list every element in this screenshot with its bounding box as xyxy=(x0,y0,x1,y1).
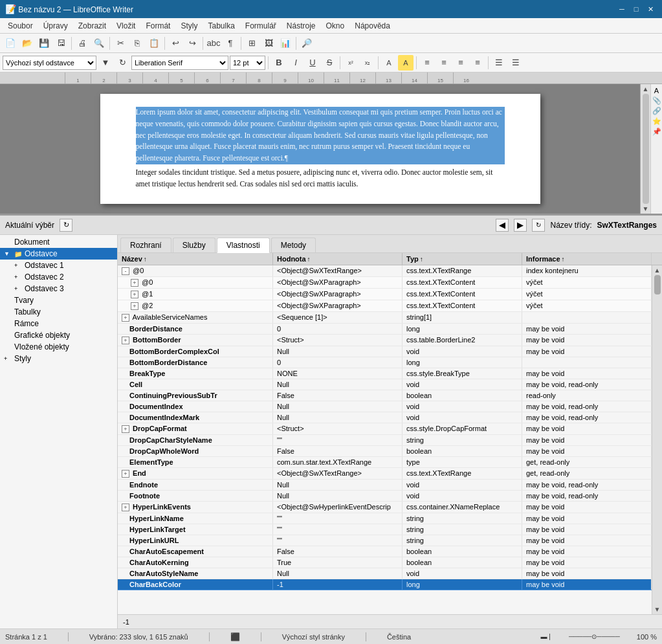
tvary-label[interactable]: Tvary xyxy=(14,296,34,305)
spellcheck-button[interactable]: abc xyxy=(206,36,221,51)
table-row[interactable]: Footnote Null void may be void, read-onl… xyxy=(118,491,652,502)
redo-button[interactable]: ↪ xyxy=(184,36,200,51)
maximize-button[interactable]: □ xyxy=(630,3,643,16)
table-row[interactable]: + @1 <Object@SwXParagraph> css.text.XTex… xyxy=(118,289,652,300)
tree-item-styly[interactable]: + Styly xyxy=(0,353,117,364)
tab-vlastnosti[interactable]: Vlastnosti xyxy=(217,238,270,253)
doc-vertical-scrollbar[interactable]: ▲ ▼ xyxy=(640,84,650,214)
table-row[interactable]: ContinuingPreviousSubTr False boolean re… xyxy=(118,390,652,401)
tabulky-label[interactable]: Tabulky xyxy=(14,307,41,316)
th-name[interactable]: Název ↑ xyxy=(118,253,273,265)
expand-child1[interactable]: + xyxy=(131,291,138,298)
side-icon-1[interactable]: A xyxy=(654,87,659,94)
nav-prev-button[interactable]: ◀ xyxy=(496,219,509,232)
paragraph-style-select[interactable]: Výchozí styl odstavce xyxy=(3,56,96,70)
table-row[interactable]: - @0 <Object@SwXTextRange> css.text.XTex… xyxy=(118,265,652,277)
table-row[interactable]: DropCapWholeWord False boolean may be vo… xyxy=(118,446,652,457)
subscript-button[interactable]: x₂ xyxy=(360,55,375,71)
side-icon-5[interactable]: 📌 xyxy=(652,128,661,136)
find-button[interactable]: 🔎 xyxy=(299,36,314,51)
table-row[interactable]: DocumentIndexMark Null void may be void,… xyxy=(118,412,652,423)
bold-button[interactable]: B xyxy=(271,55,287,71)
undo-button[interactable]: ↩ xyxy=(168,36,183,51)
tree-item-tabulky[interactable]: Tabulky xyxy=(0,306,117,318)
side-icon-4[interactable]: ⭐ xyxy=(652,117,661,126)
odstavec3-label[interactable]: Odstavec 3 xyxy=(25,284,64,293)
menu-styly[interactable]: Styly xyxy=(175,20,203,32)
side-icon-2[interactable]: 📎 xyxy=(652,96,661,105)
highlight-button[interactable]: A xyxy=(398,55,414,71)
menu-formular[interactable]: Formulář xyxy=(240,20,281,32)
strikethrough-button[interactable]: S xyxy=(322,55,337,71)
table-row[interactable]: + @0 <Object@SwXParagraph> css.text.XTex… xyxy=(118,277,652,289)
menu-vlozit[interactable]: Vložit xyxy=(111,20,140,32)
expand-child0[interactable]: + xyxy=(131,279,138,287)
underline-button[interactable]: U xyxy=(305,55,320,71)
table-row[interactable]: + HyperLinkEvents <Object@SwHyperlinkEve… xyxy=(118,502,652,513)
th-value[interactable]: Hodnota ↑ xyxy=(273,253,403,265)
document-view[interactable]: Lorem ipsum dolor sit amet, consectetur … xyxy=(0,84,640,214)
menu-soubor[interactable]: Soubor xyxy=(3,20,38,32)
table-row[interactable]: BottomBorderDistance 0 long xyxy=(118,357,652,368)
nav-refresh-button[interactable]: ↻ xyxy=(532,219,545,232)
table-row[interactable]: HyperLinkName "" string may be void xyxy=(118,513,652,524)
odstavec1-label[interactable]: Odstavec 1 xyxy=(25,261,64,270)
vlozene-label[interactable]: Vložené objekty xyxy=(14,342,69,351)
tree-item-odstavce[interactable]: ▼ 📁 Odstavce xyxy=(0,248,117,260)
formatting-marks-button[interactable]: ¶ xyxy=(223,36,238,51)
insert-table-button[interactable]: ⊞ xyxy=(244,36,259,51)
expand-bb[interactable]: + xyxy=(122,337,129,344)
table-row[interactable]: + @2 <Object@SwXParagraph> css.text.XTex… xyxy=(118,300,652,312)
paste-button[interactable]: 📋 xyxy=(146,36,162,51)
italic-button[interactable]: I xyxy=(288,55,303,71)
tree-item-graficke[interactable]: Grafické objekty xyxy=(0,329,117,341)
nav-next-button[interactable]: ▶ xyxy=(514,219,527,232)
graficke-label[interactable]: Grafické objekty xyxy=(14,331,70,340)
list-unordered-button[interactable]: ☰ xyxy=(491,55,507,71)
expand-hle[interactable]: + xyxy=(122,504,129,511)
list-ordered-button[interactable]: ☰ xyxy=(508,55,524,71)
ramce-label[interactable]: Rámce xyxy=(14,319,39,328)
menu-zobrazit[interactable]: Zobrazit xyxy=(73,20,111,32)
table-row[interactable]: DocumentIndex Null void may be void, rea… xyxy=(118,401,652,412)
cut-button[interactable]: ✂ xyxy=(113,36,128,51)
table-row[interactable]: + End <Object@SwXTextRange> css.text.XTe… xyxy=(118,468,652,480)
table-row[interactable]: + DropCapFormat <Struct> css.style.DropC… xyxy=(118,423,652,435)
styly-label[interactable]: Styly xyxy=(14,354,31,363)
align-justify-button[interactable]: ≡ xyxy=(470,55,485,71)
menu-nastroje[interactable]: Nástroje xyxy=(281,20,321,32)
superscript-button[interactable]: x² xyxy=(343,55,359,71)
table-row[interactable]: HyperLinkTarget "" string may be void xyxy=(118,524,652,535)
align-center-button[interactable]: ≡ xyxy=(436,55,452,71)
table-row[interactable]: DropCapCharStyleName "" string may be vo… xyxy=(118,435,652,446)
tab-sluzby[interactable]: Služby xyxy=(173,238,215,252)
expand-child2[interactable]: + xyxy=(131,302,138,310)
menu-napoveda[interactable]: Nápověda xyxy=(349,20,395,32)
menu-format[interactable]: Formát xyxy=(140,20,175,32)
refresh-button[interactable]: ↻ xyxy=(60,219,72,232)
tree-item-ramce[interactable]: Rámce xyxy=(0,318,117,329)
table-row[interactable]: Endnote Null void may be void, read-only xyxy=(118,480,652,491)
style-list-button[interactable]: ▼ xyxy=(98,55,113,71)
table-row[interactable]: CharAutoEscapement False boolean may be … xyxy=(118,546,652,557)
tab-metody[interactable]: Metody xyxy=(271,238,316,252)
table-row[interactable]: BreakType NONE css.style.BreakType may b… xyxy=(118,368,652,379)
menu-tabulka[interactable]: Tabulka xyxy=(203,20,239,32)
expand-dcf[interactable]: + xyxy=(122,425,129,433)
font-select[interactable]: Liberation Serif xyxy=(131,56,228,70)
table-row[interactable]: BorderDistance 0 long may be void xyxy=(118,324,652,335)
table-row[interactable]: Cell Null void may be void, read-only xyxy=(118,379,652,390)
table-row[interactable]: ElementType com.sun.star.text.XTextRange… xyxy=(118,457,652,468)
print-button[interactable]: 🖨 xyxy=(74,36,90,51)
menu-upravy[interactable]: Úpravy xyxy=(38,20,73,32)
tree-item-odstavec3[interactable]: + Odstavec 3 xyxy=(0,283,117,294)
table-row[interactable]: BottomBorderComplexCol Null void may be … xyxy=(118,346,652,357)
table-row[interactable]: CharAutoStyleName Null void may be void xyxy=(118,568,652,579)
table-row-selected[interactable]: CharBackColor -1 long may be void xyxy=(118,579,652,590)
insert-image-button[interactable]: 🖼 xyxy=(261,36,276,51)
print-preview-button[interactable]: 🔍 xyxy=(91,36,107,51)
close-button[interactable]: ✕ xyxy=(644,3,657,16)
tree-item-tvary[interactable]: Tvary xyxy=(0,294,117,306)
tab-rozhrani[interactable]: Rozhraní xyxy=(120,238,171,252)
tree-item-odstavec1[interactable]: + Odstavec 1 xyxy=(0,260,117,271)
